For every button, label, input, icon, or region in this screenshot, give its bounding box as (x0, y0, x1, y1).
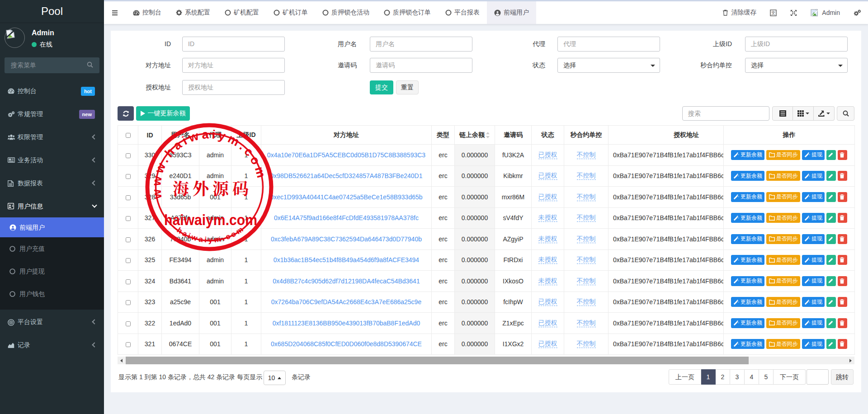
svg-text:文: 文 (771, 10, 776, 15)
svg-text:www.haiwaiym.com: www.haiwaiym.com (150, 127, 269, 200)
svg-text:海外源码: 海外源码 (173, 176, 249, 199)
svg-text:haiwaiym.com: haiwaiym.com (164, 211, 257, 228)
